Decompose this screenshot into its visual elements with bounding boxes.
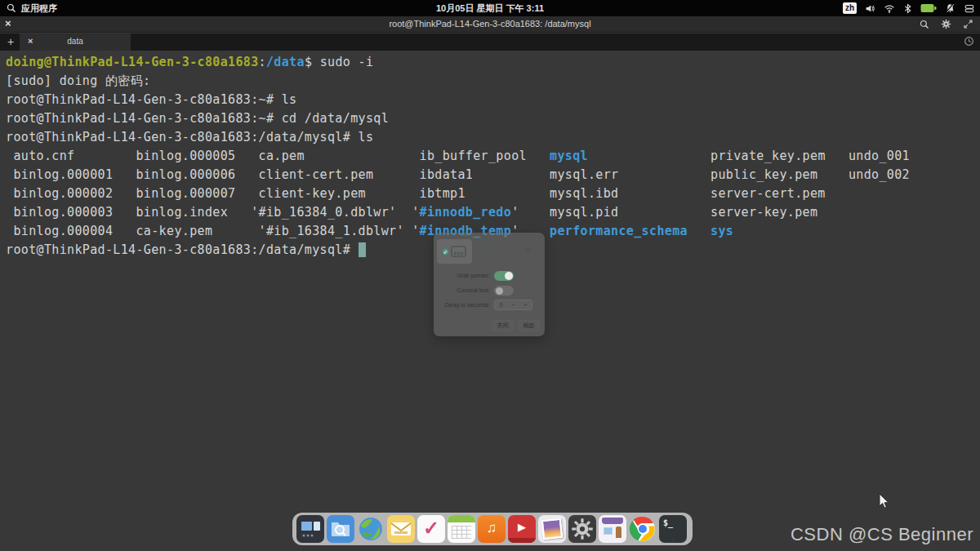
bluetooth-icon[interactable]: [903, 3, 912, 14]
delay-value: 0: [495, 302, 507, 308]
todo-icon[interactable]: ✓: [417, 515, 445, 543]
terminal-line: binlog.000002 binlog.000007 client-key.p…: [6, 184, 980, 203]
input-method-indicator[interactable]: zh: [843, 2, 857, 14]
volume-icon[interactable]: [865, 3, 875, 14]
new-tab-button[interactable]: +: [3, 33, 18, 51]
file-manager-icon[interactable]: [327, 515, 354, 543]
terminal-app-icon[interactable]: $_: [659, 515, 687, 543]
system-menu-icon[interactable]: [964, 3, 975, 14]
running-indicator: [671, 540, 674, 542]
battery-icon[interactable]: [920, 3, 937, 13]
grab-pointer-toggle[interactable]: [494, 271, 514, 281]
terminal-line: doing@ThinkPad-L14-Gen-3-c80a1683:/data$…: [6, 53, 980, 72]
dialog-close-button[interactable]: 关闭: [492, 320, 514, 331]
photos-icon[interactable]: [538, 515, 566, 543]
music-icon[interactable]: ♫: [478, 515, 506, 543]
radio-icon: [478, 249, 483, 255]
history-icon[interactable]: [964, 36, 974, 47]
calendar-icon[interactable]: [448, 515, 475, 543]
dialog-capture-button[interactable]: 截图: [518, 320, 540, 331]
chrome-icon[interactable]: [629, 515, 657, 543]
terminal-search-button[interactable]: [920, 20, 929, 29]
mode-selection[interactable]: ×: [506, 239, 541, 264]
grab-pointer-row: Grab pointer:: [439, 270, 540, 281]
conceal-text-row: Conceal text:: [439, 285, 540, 295]
screenshot-dialog: ✓ × Grab pointer: Conceal text: Delay in…: [434, 233, 545, 336]
radio-icon: [512, 249, 518, 255]
terminal-line: binlog.000003 binlog.index '#ib_16384_0.…: [6, 203, 980, 222]
system-top-bar: 应用程序 10月05日 星期日 下午 3:11 zh: [0, 0, 980, 16]
terminal-settings-gear-icon[interactable]: [941, 19, 951, 29]
delay-row: Delay in seconds: 0 − +: [439, 300, 540, 310]
mode-screen[interactable]: ✓: [437, 239, 472, 264]
terminal-line: root@ThinkPad-L14-Gen-3-c80a1683:~# cd /…: [6, 109, 980, 128]
clock[interactable]: 10月05日 星期日 下午 3:11: [0, 2, 980, 15]
mode-window[interactable]: [472, 239, 507, 264]
system-tray: zh: [843, 0, 975, 16]
grab-pointer-label: Grab pointer:: [439, 273, 494, 278]
minus-button[interactable]: −: [507, 301, 519, 309]
terminal-title-bar: × root@ThinkPad-L14-Gen-3-c80a1683: /dat…: [0, 16, 980, 33]
plus-button[interactable]: +: [519, 301, 532, 309]
media-viewer-icon[interactable]: [296, 515, 324, 543]
videos-icon[interactable]: ▶: [508, 515, 536, 543]
window-title: root@ThinkPad-L14-Gen-3-c80a1683: /data/…: [0, 19, 980, 29]
dock: ✓ ♫ ▶: [292, 513, 693, 545]
mail-icon[interactable]: [387, 515, 415, 543]
terminal-line: auto.cnf binlog.000005 ca.pem ib_buffer_…: [6, 147, 980, 166]
delay-label: Delay in seconds:: [439, 302, 494, 308]
window-mode-icon: [486, 246, 501, 257]
conceal-text-toggle[interactable]: [494, 286, 514, 295]
selection-mode-icon: ×: [520, 246, 536, 257]
radio-selected-icon: ✓: [443, 249, 448, 255]
notifications-off-icon[interactable]: [945, 2, 956, 14]
delay-spinner[interactable]: 0 − +: [494, 300, 532, 310]
settings-icon[interactable]: [568, 515, 596, 543]
terminal-line: root@ThinkPad-L14-Gen-3-c80a1683:/data/m…: [6, 128, 980, 147]
tab-label: data: [20, 37, 131, 46]
tab-data[interactable]: × data: [20, 33, 131, 51]
unmaximize-icon[interactable]: [963, 19, 973, 29]
capture-mode-row: ✓ ×: [437, 239, 541, 264]
terminal-line: root@ThinkPad-L14-Gen-3-c80a1683:~# ls: [6, 91, 980, 109]
screen-mode-icon: [451, 246, 466, 257]
terminal-line: binlog.000001 binlog.000006 client-cert.…: [6, 166, 980, 184]
mouse-pointer: [879, 493, 892, 509]
web-browser-icon[interactable]: [357, 515, 385, 543]
wifi-icon[interactable]: [884, 3, 895, 14]
conceal-text-label: Conceal text:: [439, 287, 494, 293]
terminal-tab-bar: + × data: [0, 33, 980, 51]
software-store-icon[interactable]: [599, 515, 626, 543]
terminal-line: [sudo] doing 的密码:: [6, 72, 980, 91]
watermark: CSDN @CS Beginner: [791, 524, 973, 545]
